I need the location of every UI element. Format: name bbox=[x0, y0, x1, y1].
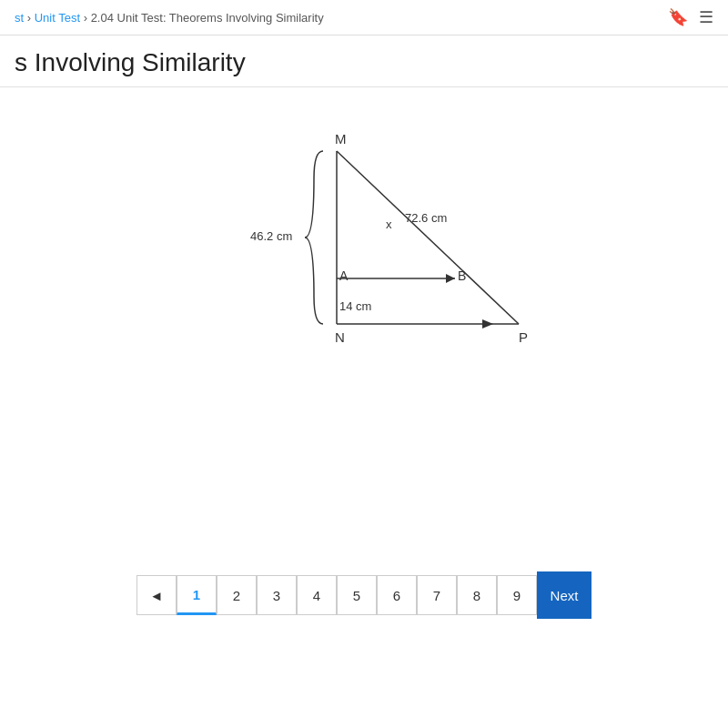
top-icons: 🔖 ☰ bbox=[668, 7, 713, 27]
diagram-container: M A B N P x 72.6 cm 46.2 cm 14 cm bbox=[18, 124, 710, 379]
page-button-1[interactable]: 1 bbox=[177, 575, 217, 615]
breadcrumb-current: 2.04 Unit Test: Theorems Involving Simil… bbox=[91, 11, 324, 25]
top-bar: st › Unit Test › 2.04 Unit Test: Theorem… bbox=[0, 0, 728, 35]
page-button-4[interactable]: 4 bbox=[297, 575, 337, 615]
label-72cm: 72.6 cm bbox=[405, 211, 447, 225]
page-button-2[interactable]: 2 bbox=[217, 575, 257, 615]
page-wrapper: st › Unit Test › 2.04 Unit Test: Theorem… bbox=[0, 0, 728, 728]
breadcrumb-sep2: › bbox=[84, 11, 91, 25]
bookmark-icon[interactable]: 🔖 bbox=[668, 7, 688, 27]
page-button-7[interactable]: 7 bbox=[417, 575, 457, 615]
menu-icon[interactable]: ☰ bbox=[699, 7, 713, 27]
page-title-area: s Involving Similarity bbox=[0, 35, 728, 87]
geometry-diagram: M A B N P x 72.6 cm 46.2 cm 14 cm bbox=[173, 124, 555, 379]
label-N: N bbox=[335, 329, 345, 345]
page-title: s Involving Similarity bbox=[15, 48, 713, 77]
next-button[interactable]: Next bbox=[537, 571, 592, 619]
label-x: x bbox=[386, 217, 392, 231]
breadcrumb-link-unit-test[interactable]: Unit Test bbox=[35, 11, 80, 25]
page-button-9[interactable]: 9 bbox=[497, 575, 537, 615]
svg-marker-5 bbox=[482, 319, 493, 329]
svg-line-2 bbox=[337, 151, 519, 324]
prev-button[interactable]: ◄ bbox=[136, 575, 177, 615]
label-A: A bbox=[339, 268, 349, 283]
label-462cm: 46.2 cm bbox=[250, 229, 292, 243]
label-P: P bbox=[519, 329, 528, 345]
page-button-5[interactable]: 5 bbox=[337, 575, 377, 615]
pagination-wrapper: ◄ 1 2 3 4 5 6 7 8 9 Next bbox=[0, 571, 728, 619]
breadcrumb: st › Unit Test › 2.04 Unit Test: Theorem… bbox=[15, 11, 324, 25]
page-button-3[interactable]: 3 bbox=[257, 575, 297, 615]
label-B: B bbox=[458, 268, 466, 283]
breadcrumb-sep1: › bbox=[27, 11, 35, 25]
page-button-6[interactable]: 6 bbox=[377, 575, 417, 615]
breadcrumb-link-st[interactable]: st bbox=[15, 11, 24, 25]
label-M: M bbox=[335, 131, 347, 147]
main-content: M A B N P x 72.6 cm 46.2 cm 14 cm bbox=[0, 87, 728, 451]
svg-marker-4 bbox=[446, 274, 455, 283]
page-button-8[interactable]: 8 bbox=[457, 575, 497, 615]
label-14cm: 14 cm bbox=[339, 299, 371, 313]
